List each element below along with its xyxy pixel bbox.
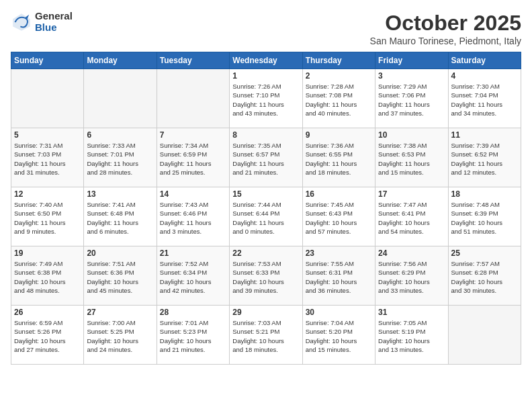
page-header: General Blue October 2025 San Mauro Tori… <box>11 11 521 46</box>
day-number: 14 <box>160 189 226 199</box>
calendar-cell: 10Sunrise: 7:38 AM Sunset: 6:53 PM Dayli… <box>375 128 448 187</box>
day-number: 7 <box>160 130 226 140</box>
calendar-cell: 3Sunrise: 7:29 AM Sunset: 7:06 PM Daylig… <box>375 69 448 128</box>
day-info: Sunrise: 7:28 AM Sunset: 7:08 PM Dayligh… <box>306 82 372 118</box>
day-info: Sunrise: 7:45 AM Sunset: 6:43 PM Dayligh… <box>306 200 372 236</box>
day-number: 31 <box>378 308 445 317</box>
day-info: Sunrise: 7:43 AM Sunset: 6:46 PM Dayligh… <box>160 200 226 236</box>
title-block: October 2025 San Mauro Torinese, Piedmon… <box>370 11 521 46</box>
day-info: Sunrise: 7:01 AM Sunset: 5:23 PM Dayligh… <box>160 318 226 354</box>
day-number: 5 <box>14 130 81 140</box>
day-info: Sunrise: 7:04 AM Sunset: 5:20 PM Dayligh… <box>306 318 372 354</box>
day-info: Sunrise: 7:40 AM Sunset: 6:50 PM Dayligh… <box>14 200 81 236</box>
logo-general: General <box>35 11 73 22</box>
day-info: Sunrise: 7:00 AM Sunset: 5:25 PM Dayligh… <box>87 318 153 354</box>
calendar-cell: 17Sunrise: 7:47 AM Sunset: 6:41 PM Dayli… <box>375 187 448 246</box>
day-number: 24 <box>378 248 445 258</box>
calendar-cell: 5Sunrise: 7:31 AM Sunset: 7:03 PM Daylig… <box>11 128 84 187</box>
day-info: Sunrise: 7:51 AM Sunset: 6:36 PM Dayligh… <box>87 259 153 295</box>
day-info: Sunrise: 7:34 AM Sunset: 6:59 PM Dayligh… <box>160 141 226 177</box>
day-info: Sunrise: 7:39 AM Sunset: 6:52 PM Dayligh… <box>451 141 518 177</box>
day-number: 1 <box>232 71 299 81</box>
calendar-cell: 28Sunrise: 7:01 AM Sunset: 5:23 PM Dayli… <box>157 306 229 365</box>
calendar-cell <box>84 69 157 128</box>
day-number: 29 <box>232 308 299 317</box>
calendar-cell: 22Sunrise: 7:53 AM Sunset: 6:33 PM Dayli… <box>230 246 302 306</box>
day-number: 11 <box>451 130 518 140</box>
day-number: 28 <box>160 308 226 317</box>
calendar-cell: 20Sunrise: 7:51 AM Sunset: 6:36 PM Dayli… <box>84 246 157 306</box>
calendar-cell <box>157 69 229 128</box>
day-number: 26 <box>14 308 81 317</box>
day-info: Sunrise: 7:55 AM Sunset: 6:31 PM Dayligh… <box>306 259 372 295</box>
day-number: 13 <box>87 189 153 199</box>
calendar-cell: 7Sunrise: 7:34 AM Sunset: 6:59 PM Daylig… <box>157 128 229 187</box>
calendar-cell: 9Sunrise: 7:36 AM Sunset: 6:55 PM Daylig… <box>302 128 375 187</box>
day-number: 30 <box>306 308 372 317</box>
week-row: 19Sunrise: 7:49 AM Sunset: 6:38 PM Dayli… <box>11 246 521 306</box>
day-info: Sunrise: 7:49 AM Sunset: 6:38 PM Dayligh… <box>14 259 81 295</box>
header-monday: Monday <box>84 52 157 69</box>
day-number: 23 <box>306 248 372 258</box>
header-thursday: Thursday <box>302 52 375 69</box>
calendar-cell: 30Sunrise: 7:04 AM Sunset: 5:20 PM Dayli… <box>302 306 375 365</box>
day-info: Sunrise: 7:48 AM Sunset: 6:39 PM Dayligh… <box>451 200 518 236</box>
week-row: 12Sunrise: 7:40 AM Sunset: 6:50 PM Dayli… <box>11 187 521 246</box>
header-saturday: Saturday <box>448 52 521 69</box>
day-info: Sunrise: 7:52 AM Sunset: 6:34 PM Dayligh… <box>160 259 226 295</box>
calendar-cell: 26Sunrise: 6:59 AM Sunset: 5:26 PM Dayli… <box>11 306 84 365</box>
day-number: 27 <box>87 308 153 317</box>
calendar-cell: 14Sunrise: 7:43 AM Sunset: 6:46 PM Dayli… <box>157 187 229 246</box>
day-number: 21 <box>160 248 226 258</box>
day-number: 9 <box>306 130 372 140</box>
week-row: 5Sunrise: 7:31 AM Sunset: 7:03 PM Daylig… <box>11 128 521 187</box>
calendar-cell: 8Sunrise: 7:35 AM Sunset: 6:57 PM Daylig… <box>230 128 302 187</box>
day-number: 4 <box>451 71 518 81</box>
calendar-cell: 15Sunrise: 7:44 AM Sunset: 6:44 PM Dayli… <box>230 187 302 246</box>
day-number: 18 <box>451 189 518 199</box>
day-number: 2 <box>306 71 372 81</box>
calendar-cell: 29Sunrise: 7:03 AM Sunset: 5:21 PM Dayli… <box>230 306 302 365</box>
day-number: 20 <box>87 248 153 258</box>
week-row: 26Sunrise: 6:59 AM Sunset: 5:26 PM Dayli… <box>11 306 521 365</box>
calendar-cell <box>448 306 521 365</box>
calendar-cell: 24Sunrise: 7:56 AM Sunset: 6:29 PM Dayli… <box>375 246 448 306</box>
calendar-cell <box>11 69 84 128</box>
day-number: 12 <box>14 189 81 199</box>
day-info: Sunrise: 7:05 AM Sunset: 5:19 PM Dayligh… <box>378 318 445 354</box>
logo: General Blue <box>11 11 73 33</box>
day-info: Sunrise: 7:41 AM Sunset: 6:48 PM Dayligh… <box>87 200 153 236</box>
calendar-cell: 1Sunrise: 7:26 AM Sunset: 7:10 PM Daylig… <box>230 69 302 128</box>
calendar-cell: 2Sunrise: 7:28 AM Sunset: 7:08 PM Daylig… <box>302 69 375 128</box>
week-row: 1Sunrise: 7:26 AM Sunset: 7:10 PM Daylig… <box>11 69 521 128</box>
day-info: Sunrise: 7:57 AM Sunset: 6:28 PM Dayligh… <box>451 259 518 295</box>
day-info: Sunrise: 7:26 AM Sunset: 7:10 PM Dayligh… <box>232 82 299 118</box>
day-number: 3 <box>378 71 445 81</box>
day-info: Sunrise: 7:30 AM Sunset: 7:04 PM Dayligh… <box>451 82 518 118</box>
day-number: 19 <box>14 248 81 258</box>
day-info: Sunrise: 7:56 AM Sunset: 6:29 PM Dayligh… <box>378 259 445 295</box>
logo-blue: Blue <box>35 22 73 34</box>
location: San Mauro Torinese, Piedmont, Italy <box>370 36 521 46</box>
header-row: SundayMondayTuesdayWednesdayThursdayFrid… <box>11 52 521 69</box>
calendar-cell: 18Sunrise: 7:48 AM Sunset: 6:39 PM Dayli… <box>448 187 521 246</box>
header-tuesday: Tuesday <box>157 52 229 69</box>
day-number: 8 <box>232 130 299 140</box>
day-number: 22 <box>232 248 299 258</box>
calendar-cell: 21Sunrise: 7:52 AM Sunset: 6:34 PM Dayli… <box>157 246 229 306</box>
calendar-cell: 11Sunrise: 7:39 AM Sunset: 6:52 PM Dayli… <box>448 128 521 187</box>
day-info: Sunrise: 7:03 AM Sunset: 5:21 PM Dayligh… <box>232 318 299 354</box>
logo-text: General Blue <box>35 11 73 33</box>
header-friday: Friday <box>375 52 448 69</box>
calendar-table: SundayMondayTuesdayWednesdayThursdayFrid… <box>11 52 521 365</box>
day-number: 17 <box>378 189 445 199</box>
calendar-cell: 27Sunrise: 7:00 AM Sunset: 5:25 PM Dayli… <box>84 306 157 365</box>
day-number: 15 <box>232 189 299 199</box>
day-info: Sunrise: 7:35 AM Sunset: 6:57 PM Dayligh… <box>232 141 299 177</box>
day-number: 16 <box>306 189 372 199</box>
day-number: 10 <box>378 130 445 140</box>
calendar-cell: 23Sunrise: 7:55 AM Sunset: 6:31 PM Dayli… <box>302 246 375 306</box>
header-sunday: Sunday <box>11 52 84 69</box>
header-wednesday: Wednesday <box>230 52 302 69</box>
day-info: Sunrise: 6:59 AM Sunset: 5:26 PM Dayligh… <box>14 318 81 354</box>
